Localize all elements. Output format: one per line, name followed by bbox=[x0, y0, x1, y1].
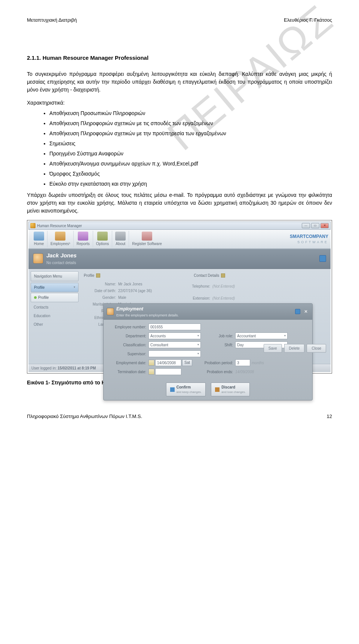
about-icon bbox=[115, 232, 126, 241]
avatar bbox=[33, 253, 43, 264]
employee-header: Jack Jones No contact details bbox=[28, 249, 331, 269]
features-label: Χαρακτηριστικά: bbox=[27, 99, 332, 107]
dialog-title: Employment bbox=[116, 306, 179, 312]
day-label: Sat bbox=[182, 359, 192, 366]
contact-section-label: Contact Details bbox=[194, 273, 219, 278]
features-list: Αποθήκευση Προσωπικών Πληροφοριών Αποθήκ… bbox=[27, 108, 332, 189]
dialog-subtitle: Enter the employee's employment details. bbox=[116, 313, 179, 317]
toolbar: Home Employees¹ Reports Options About Re… bbox=[28, 230, 331, 249]
toolbar-home[interactable]: Home bbox=[31, 231, 47, 247]
classification-select[interactable]: Consultant▾ bbox=[148, 341, 201, 348]
department-select[interactable]: Accounts▾ bbox=[148, 332, 201, 339]
paragraph-1: Το συγκεκριμένο πρόγραμμα προσφέρει αυξη… bbox=[27, 70, 332, 94]
feature-item: Αποθήκευση Προσωπικών Πληροφοριών bbox=[49, 108, 332, 118]
calendar-icon[interactable] bbox=[148, 369, 154, 375]
screenshot-container: Human Resource Manager — ▭ ✕ Home Employ… bbox=[27, 220, 332, 374]
minimize-button[interactable]: — bbox=[302, 223, 310, 228]
header-save-icon[interactable] bbox=[319, 255, 326, 262]
edit-icon[interactable] bbox=[221, 273, 225, 278]
nav-profile-group[interactable]: Profile▾ bbox=[31, 283, 79, 292]
register-icon bbox=[142, 232, 152, 241]
toolbar-options[interactable]: Options bbox=[93, 231, 112, 247]
confirm-button[interactable]: Confirmand keep changes. bbox=[166, 383, 206, 396]
options-icon bbox=[97, 232, 108, 241]
reports-icon bbox=[78, 232, 88, 241]
discard-button[interactable]: Discardand lose changes. bbox=[211, 383, 250, 396]
chevron-down-icon: ▾ bbox=[284, 334, 286, 338]
chevron-down-icon: ▾ bbox=[74, 285, 75, 290]
employees-icon bbox=[55, 232, 65, 241]
save-icon bbox=[170, 387, 175, 392]
employee-name: Jack Jones bbox=[46, 251, 77, 260]
app-icon bbox=[30, 223, 36, 228]
employee-subtitle: No contact details bbox=[46, 260, 77, 266]
employment-icon bbox=[107, 308, 114, 315]
navigation-menu: Navigation Menu Profile▾ Profile Contact… bbox=[28, 269, 81, 331]
doc-header-right: Ελευθέριος Γ. Γκάτσος bbox=[284, 16, 332, 24]
months-label: months bbox=[252, 360, 264, 366]
close-button-footer[interactable]: Close bbox=[307, 344, 326, 353]
toolbar-about[interactable]: About bbox=[112, 231, 129, 247]
window-titlebar: Human Resource Manager — ▭ ✕ bbox=[28, 222, 331, 230]
dialog-close-icon[interactable]: ✕ bbox=[303, 308, 309, 315]
brand-logo: SMARTCOMPANY SOFTWARE bbox=[290, 231, 328, 247]
footer-left: Πληροφοριακό Σύστημα Ανθρωπίνων Πόρων Ι.… bbox=[27, 413, 142, 420]
feature-item: Εύκολο στην εγκατάσταση και στην χρήση bbox=[49, 179, 332, 189]
maximize-button[interactable]: ▭ bbox=[311, 223, 319, 228]
jobrole-select[interactable]: Accountant▾ bbox=[235, 332, 288, 339]
feature-item: Αποθήκευση Πληροφοριών σχετικών με την π… bbox=[49, 129, 332, 139]
probation-ends-value: 14/09/2008 bbox=[235, 369, 288, 375]
feature-item: Αποθήκευση/Άνοιγμα συνημμένων αρχείων π.… bbox=[49, 159, 332, 169]
profile-section-label: Profile bbox=[84, 273, 94, 278]
discard-icon bbox=[215, 387, 220, 392]
save-button[interactable]: Save bbox=[264, 344, 282, 353]
toolbar-reports[interactable]: Reports bbox=[74, 231, 93, 247]
edit-icon[interactable] bbox=[96, 273, 100, 278]
probation-period-input[interactable] bbox=[235, 359, 250, 366]
supervisor-select[interactable]: ▾ bbox=[148, 350, 201, 357]
delete-button[interactable]: Delete bbox=[284, 344, 305, 353]
paragraph-2: Υπάρχει δωρεάν υποστήριξη σε όλους τους … bbox=[27, 191, 332, 215]
nav-other[interactable]: Other bbox=[31, 320, 79, 329]
termination-date-input[interactable] bbox=[155, 368, 181, 375]
close-button[interactable]: ✕ bbox=[320, 223, 329, 228]
nav-education[interactable]: Education bbox=[31, 312, 79, 320]
employment-date-input[interactable] bbox=[155, 359, 181, 366]
home-icon bbox=[34, 232, 44, 241]
main-panel: Profile Contact Details Name:Mr Jack Jon… bbox=[81, 269, 331, 364]
chevron-down-icon: ▾ bbox=[197, 334, 199, 338]
doc-header-left: Μεταπτυχιακή Διατριβή bbox=[27, 16, 77, 24]
feature-item: Όμορφος Σχεδιασμός bbox=[49, 169, 332, 179]
nav-title: Navigation Menu bbox=[31, 271, 79, 281]
feature-item: Σημειώσεις bbox=[49, 139, 332, 149]
toolbar-employees[interactable]: Employees¹ bbox=[47, 231, 74, 247]
section-heading: 2.1.1. Human Resource Manager Profession… bbox=[27, 54, 332, 62]
chevron-down-icon: ▾ bbox=[197, 352, 199, 356]
nav-profile[interactable]: Profile bbox=[31, 293, 79, 302]
feature-item: Προηγμένο Σύστημα Αναφορών bbox=[49, 149, 332, 159]
nav-contacts[interactable]: Contacts bbox=[31, 303, 79, 312]
feature-item: Αποθήκευση Πληροφοριών σχετικών με τις σ… bbox=[49, 118, 332, 129]
window-title: Human Resource Manager bbox=[37, 223, 82, 229]
employee-number-input[interactable] bbox=[148, 323, 201, 330]
calendar-icon[interactable] bbox=[148, 360, 154, 366]
page-number: 12 bbox=[327, 413, 332, 420]
chevron-down-icon: ▾ bbox=[197, 343, 199, 347]
dialog-save-icon[interactable] bbox=[295, 309, 300, 314]
bullet-icon bbox=[34, 296, 37, 299]
toolbar-register[interactable]: Register Software bbox=[129, 231, 165, 247]
